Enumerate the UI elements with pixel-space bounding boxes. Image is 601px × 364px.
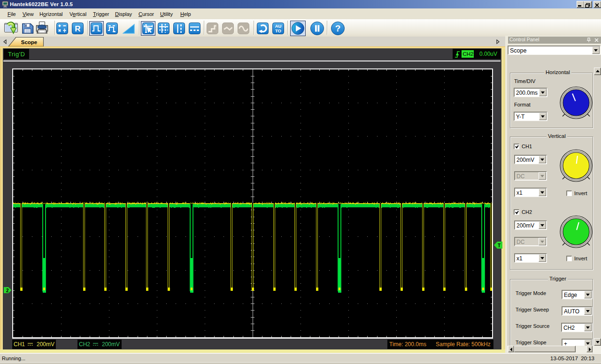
- svg-text:T: T: [498, 243, 501, 248]
- svg-text:2: 2: [6, 288, 9, 293]
- svg-text:Scope: Scope: [21, 39, 38, 45]
- svg-text:?: ?: [335, 23, 341, 33]
- svg-text:R: R: [75, 24, 80, 33]
- svg-text:TO: TO: [275, 28, 281, 33]
